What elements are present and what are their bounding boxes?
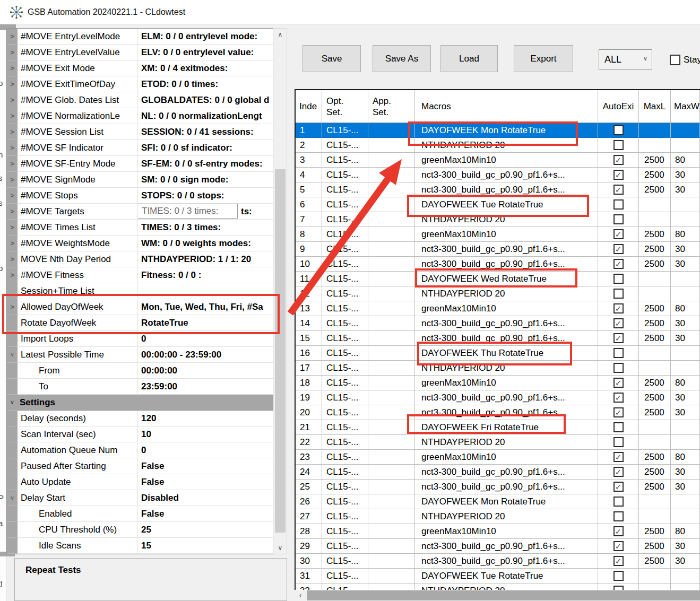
cell-opt-set[interactable]: CL15-... bbox=[322, 435, 368, 450]
cell-maxl[interactable] bbox=[639, 420, 671, 435]
cell-macros[interactable]: DAYOFWEEK Fri RotateTrue bbox=[415, 420, 598, 435]
cell-maxw[interactable]: 30 bbox=[671, 465, 700, 480]
cell-macros[interactable]: DAYOFWEEK Tue RotateTrue bbox=[415, 569, 598, 583]
property-row[interactable]: Rotate DayofWeekRotateTrue bbox=[7, 315, 273, 331]
autoexi-checkbox[interactable] bbox=[613, 274, 624, 284]
property-row[interactable]: >Allowed DayOfWeekMon, Tue, Wed, Thu, Fr… bbox=[7, 299, 273, 315]
cell-maxw[interactable] bbox=[671, 212, 700, 227]
property-value[interactable]: STOPS: 0 / 0 stops: bbox=[137, 188, 273, 204]
table-row[interactable]: 6CL15-...DAYOFWEEK Tue RotateTrue bbox=[296, 197, 700, 212]
cell-maxw[interactable]: 80 bbox=[671, 524, 700, 539]
property-row[interactable]: EnabledFalse bbox=[7, 506, 273, 522]
table-row[interactable]: 10CL15-...nct3-300_build_gc_p0.90_pf1.6+… bbox=[296, 257, 700, 272]
cell-macros[interactable]: greenMax10Min10 bbox=[415, 301, 598, 316]
property-value[interactable]: 00:00:00 - 23:59:00 bbox=[137, 347, 273, 363]
cell-macros[interactable]: nct3-300_build_gc_p0.90_pf1.6+s... bbox=[415, 331, 598, 346]
cell-opt-set[interactable]: CL15-... bbox=[322, 331, 368, 346]
property-value[interactable]: 0 bbox=[137, 331, 273, 347]
cell-app-set[interactable] bbox=[368, 242, 415, 257]
cell-maxl[interactable] bbox=[639, 123, 671, 138]
expander-icon[interactable]: > bbox=[7, 140, 18, 156]
table-row[interactable]: 20CL15-...nct3-300_build_gc_p0.90_pf1.6+… bbox=[296, 405, 700, 420]
table-row[interactable]: 3CL15-...greenMax10Min10✓250080 bbox=[296, 153, 700, 168]
cell-app-set[interactable] bbox=[368, 212, 415, 227]
cell-opt-set[interactable]: CL15-... bbox=[322, 286, 368, 301]
table-row[interactable]: 22CL15-...NTHDAYPERIOD 20 bbox=[296, 435, 700, 450]
autoexi-checkbox-checked[interactable]: ✓ bbox=[613, 170, 624, 180]
cell-app-set[interactable] bbox=[368, 257, 415, 272]
autoexi-checkbox-checked[interactable]: ✓ bbox=[613, 318, 624, 328]
cell-maxl[interactable]: 2500 bbox=[639, 405, 671, 420]
expander-icon[interactable]: > bbox=[7, 108, 18, 124]
cell-maxw[interactable] bbox=[671, 494, 700, 509]
expander-icon[interactable]: > bbox=[7, 92, 18, 108]
expander-icon[interactable]: > bbox=[7, 29, 18, 45]
cell-macros[interactable]: nct3-300_build_gc_p0.90_pf1.6+s... bbox=[415, 480, 598, 494]
table-row[interactable]: 16CL15-...DAYOFWEEK Thu RotateTrue bbox=[296, 346, 700, 361]
cell-maxw[interactable]: 30 bbox=[671, 182, 700, 197]
cell-macros[interactable]: NTHDAYPERIOD 20 bbox=[415, 583, 598, 590]
cell-maxw[interactable]: 80 bbox=[671, 376, 700, 390]
cell-maxl[interactable]: 2500 bbox=[639, 153, 671, 168]
cell-index[interactable]: 30 bbox=[296, 554, 322, 569]
cell-macros[interactable]: nct3-300_build_gc_p0.90_pf1.6+s... bbox=[415, 390, 598, 405]
property-row[interactable]: >#MOVE Session ListSESSION: 0 / 41 sessi… bbox=[7, 124, 273, 140]
cell-opt-set[interactable]: CL15-... bbox=[322, 153, 368, 168]
expander-icon[interactable]: > bbox=[7, 267, 18, 283]
cell-opt-set[interactable]: CL15-... bbox=[322, 272, 368, 286]
header-maxw[interactable]: MaxW bbox=[671, 90, 700, 123]
save-as-button[interactable]: Save As bbox=[373, 45, 431, 72]
cell-maxw[interactable]: 80 bbox=[671, 227, 700, 242]
property-value[interactable]: 15 bbox=[137, 538, 273, 554]
autoexi-checkbox-checked[interactable]: ✓ bbox=[613, 452, 624, 462]
expander-icon[interactable]: > bbox=[7, 124, 18, 140]
autoexi-checkbox[interactable] bbox=[613, 363, 624, 373]
cell-opt-set[interactable]: CL15-... bbox=[322, 301, 368, 316]
cell-app-set[interactable] bbox=[368, 123, 415, 138]
table-row[interactable]: 24CL15-...nct3-300_build_gc_p0.90_pf1.6+… bbox=[296, 465, 700, 480]
property-value[interactable]: TIMES: 0 / 3 times: bbox=[137, 220, 273, 236]
cell-app-set[interactable] bbox=[368, 346, 415, 361]
table-row[interactable]: 21CL15-...DAYOFWEEK Fri RotateTrue bbox=[296, 420, 700, 435]
cell-app-set[interactable] bbox=[368, 361, 415, 376]
cell-opt-set[interactable]: CL15-... bbox=[322, 257, 368, 272]
cell-opt-set[interactable]: CL15-... bbox=[322, 361, 368, 376]
property-row[interactable]: Auto UpdateFalse bbox=[7, 474, 273, 490]
autoexi-checkbox[interactable] bbox=[613, 140, 624, 150]
property-value[interactable]: TIMES: 0 / 3 times:ts: bbox=[137, 204, 273, 220]
expander-open-icon[interactable]: ∨ bbox=[7, 347, 18, 363]
expander-open-icon[interactable]: ∨ bbox=[7, 490, 18, 506]
cell-opt-set[interactable]: CL15-... bbox=[322, 346, 368, 361]
cell-opt-set[interactable]: CL15-... bbox=[322, 138, 368, 153]
header-app-set[interactable]: App. Set. bbox=[368, 90, 415, 123]
table-row[interactable]: 14CL15-...nct3-300_build_gc_p0.90_pf1.6+… bbox=[296, 316, 700, 331]
autoexi-checkbox[interactable] bbox=[613, 199, 624, 210]
autoexi-checkbox-checked[interactable]: ✓ bbox=[613, 155, 624, 165]
cell-app-set[interactable] bbox=[368, 316, 415, 331]
autoexi-checkbox[interactable] bbox=[613, 437, 624, 447]
autoexi-checkbox[interactable] bbox=[613, 511, 624, 521]
expander-icon[interactable]: > bbox=[7, 60, 18, 76]
header-macros[interactable]: Macros bbox=[415, 90, 598, 123]
cell-index[interactable]: 19 bbox=[296, 390, 322, 405]
property-value[interactable]: Fitness: 0 / 0 : bbox=[137, 267, 273, 283]
property-value[interactable]: SF-EM: 0 / 0 sf-entry modes: bbox=[137, 156, 273, 172]
property-row[interactable]: >#MOVE StopsSTOPS: 0 / 0 stops: bbox=[7, 188, 273, 204]
cell-index[interactable]: 9 bbox=[296, 242, 322, 257]
cell-index[interactable]: 27 bbox=[296, 509, 322, 524]
cell-maxl[interactable]: 2500 bbox=[639, 465, 671, 480]
cell-maxl[interactable] bbox=[639, 509, 671, 524]
cell-index[interactable]: 22 bbox=[296, 435, 322, 450]
cell-maxw[interactable]: 30 bbox=[671, 168, 700, 182]
cell-macros[interactable]: DAYOFWEEK Mon RotateTrue bbox=[415, 494, 598, 509]
cell-app-set[interactable] bbox=[368, 494, 415, 509]
cell-index[interactable]: 2 bbox=[296, 138, 322, 153]
cell-opt-set[interactable]: CL15-... bbox=[322, 316, 368, 331]
cell-macros[interactable]: nct3-300_build_gc_p0.90_pf1.6+s... bbox=[415, 182, 598, 197]
property-row[interactable]: Import Loops0 bbox=[7, 331, 273, 347]
table-row[interactable]: 31CL15-...DAYOFWEEK Tue RotateTrue bbox=[296, 569, 700, 583]
cell-index[interactable]: 31 bbox=[296, 569, 322, 583]
autoexi-checkbox-checked[interactable]: ✓ bbox=[613, 244, 624, 254]
cell-app-set[interactable] bbox=[368, 138, 415, 153]
table-row[interactable]: 18CL15-...greenMax10Min10✓250080 bbox=[296, 376, 700, 390]
